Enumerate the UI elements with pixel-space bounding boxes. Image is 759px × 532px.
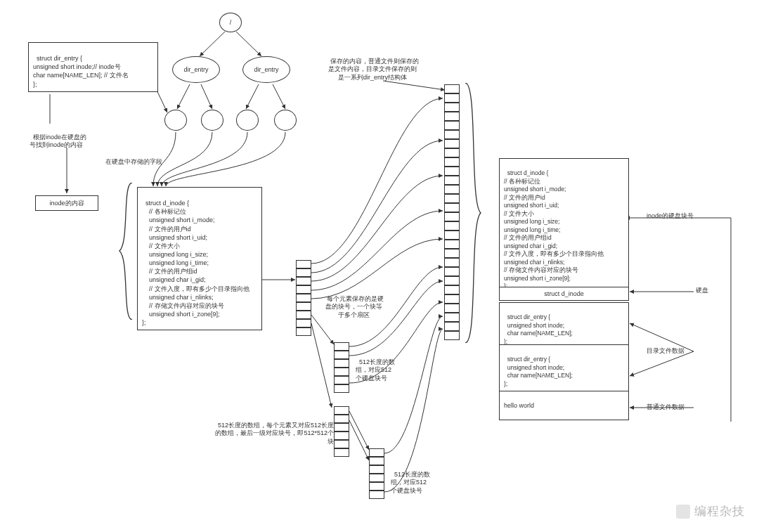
- inode-lookup-label: 根据inode在硬盘的 号找到inode的内容: [30, 125, 107, 150]
- inode-content-text: inode的内容: [49, 200, 84, 207]
- right-dir-entry-2: struct dir_entry { unsigned short inode;…: [499, 344, 629, 391]
- array-512-left-label: 512长度的数组，每个元素又对应512长度 的数组，最后一级对应块号，即512*…: [186, 413, 334, 446]
- svg-line-3: [201, 84, 212, 109]
- label-disk: 硬盘: [696, 287, 708, 295]
- right-dir-entry-1: struct dir_entry { unsigned short inode;…: [499, 302, 629, 349]
- svg-line-11: [349, 420, 369, 460]
- tree-dir-entry-left: dir_entry: [172, 56, 220, 83]
- dir-entry-label-1: dir_entry: [183, 66, 208, 73]
- block-elem-label: 每个元素保存的是硬 盘的块号，一个块等 于多个扇区: [315, 287, 392, 320]
- dir-entry-label-2: dir_entry: [254, 66, 278, 73]
- struct-d-inode-right: struct d_inode { // 各种标记位 unsigned short…: [499, 158, 629, 294]
- tree-dir-entry-right: dir_entry: [242, 56, 290, 83]
- svg-line-10: [349, 411, 369, 450]
- root-label: /: [230, 19, 232, 26]
- brace-left: [118, 183, 135, 320]
- svg-line-4: [246, 84, 259, 109]
- struct-dir-entry-text: struct dir_entry { unsigned short inode;…: [33, 55, 129, 87]
- watermark: 编程杂技: [676, 503, 745, 519]
- tree-leaf-2: [201, 110, 223, 131]
- label-inode-disk-block: inode的硬盘块号: [647, 212, 694, 221]
- array-512-bottom-label: 512长度的数 组，对应512 个硬盘块号: [391, 462, 440, 495]
- tree-leaf-3: [236, 110, 259, 131]
- inode-content-box: inode的内容: [35, 195, 98, 211]
- svg-line-1: [236, 32, 261, 56]
- wechat-icon: [676, 505, 690, 519]
- svg-line-2: [177, 84, 190, 109]
- d-inode-right-text: struct d_inode { // 各种标记位 unsigned short…: [504, 169, 604, 290]
- struct-d-inode-left: struct d_inode { // 各种标记位 unsigned short…: [137, 187, 262, 330]
- disk-fields-label: 在硬盘中存储的字段: [105, 158, 162, 167]
- svg-line-0: [200, 32, 225, 56]
- right-d-inode-label: struct d_inode: [499, 287, 629, 301]
- brace-right: [462, 83, 484, 343]
- save-content-label: 保存的内容，普通文件则保存的 是文件内容，目录文件保存的则 是一系列dir_en…: [313, 49, 432, 82]
- struct-dir-entry-box: struct dir_entry { unsigned short inode;…: [28, 42, 158, 92]
- tree-leaf-4: [274, 110, 297, 131]
- watermark-text: 编程杂技: [694, 503, 745, 519]
- array-512-top-label: 512长度的数 组，对应512 个硬盘块号: [356, 350, 405, 383]
- tree-root: /: [219, 13, 242, 32]
- label-normal-file-data: 普通文件数据: [647, 403, 685, 412]
- label-dir-file-data: 目录文件数据: [647, 347, 685, 356]
- right-hello-world: hello world: [499, 391, 629, 420]
- d-inode-left-text: struct d_inode { // 各种标记位 unsigned short…: [142, 200, 249, 326]
- svg-line-5: [273, 84, 285, 109]
- svg-line-9: [311, 323, 332, 408]
- tree-leaf-1: [164, 110, 187, 131]
